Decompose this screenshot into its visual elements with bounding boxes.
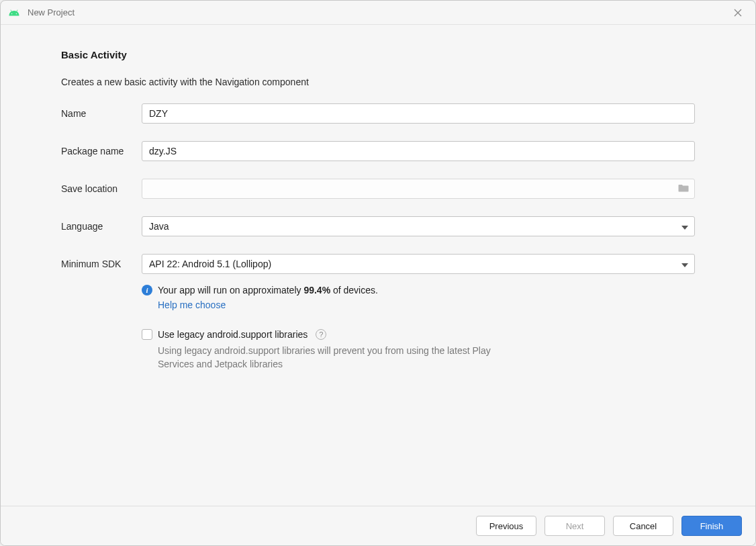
name-input[interactable] [142,103,695,124]
previous-button[interactable]: Previous [476,516,536,536]
dialog-window: New Project Basic Activity Creates a new… [0,0,756,546]
legacy-note: Using legacy android.support libraries w… [158,344,507,371]
help-me-choose-link[interactable]: Help me choose [158,300,695,310]
package-label: Package name [61,146,142,156]
device-coverage-info: i Your app will run on approximately 99.… [142,285,695,310]
name-label: Name [61,108,142,119]
legacy-checkbox[interactable] [142,329,152,340]
page-heading: Basic Activity [61,49,695,60]
row-package: Package name [61,141,695,161]
language-select[interactable] [142,216,695,236]
row-save-location: Save location [61,179,695,199]
next-button: Next [545,516,605,536]
coverage-percent: 99.4% [303,285,330,295]
finish-button[interactable]: Finish [681,516,742,536]
cancel-button[interactable]: Cancel [613,516,673,536]
save-location-label: Save location [61,183,142,194]
coverage-text-before: Your app will run on approximately [158,285,303,295]
folder-icon[interactable] [677,183,690,195]
language-label: Language [61,221,142,232]
coverage-text-after: of devices. [330,285,378,295]
package-input[interactable] [142,141,695,161]
row-name: Name [61,103,695,124]
legacy-support-block: Use legacy android.support libraries ? U… [142,329,695,371]
info-icon: i [142,285,152,295]
window-title: New Project [28,7,75,17]
save-location-input[interactable] [142,179,695,199]
page-description: Creates a new basic activity with the Na… [61,77,695,87]
content-area: Basic Activity Creates a new basic activ… [1,25,755,506]
row-language: Language [61,216,695,236]
android-icon [7,6,21,19]
min-sdk-label: Minimum SDK [61,259,142,269]
titlebar: New Project [1,1,755,25]
min-sdk-select[interactable] [142,254,695,274]
footer-bar: Previous Next Cancel Finish [1,506,755,545]
row-min-sdk: Minimum SDK [61,254,695,274]
legacy-checkbox-label[interactable]: Use legacy android.support libraries [158,329,308,340]
help-icon[interactable]: ? [316,329,326,340]
close-icon[interactable] [727,2,749,24]
